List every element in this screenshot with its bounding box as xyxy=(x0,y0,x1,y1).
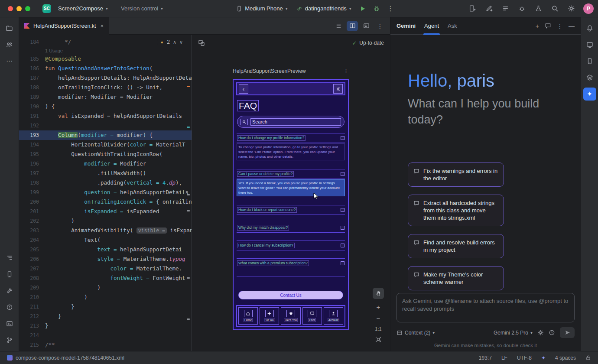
app-logo: SC xyxy=(42,4,51,13)
collaboration-tool-button[interactable] xyxy=(3,38,16,51)
line-number: 197 xyxy=(19,169,45,178)
device-name: Medium Phone xyxy=(245,5,283,12)
line-number: 196 xyxy=(19,159,45,169)
structure-tool-button[interactable] xyxy=(3,251,16,264)
gemini-actions-button[interactable] xyxy=(483,3,495,15)
new-chat-button[interactable]: + xyxy=(536,23,539,29)
build-tool-button[interactable] xyxy=(3,284,16,297)
line-number: 208 xyxy=(19,273,45,283)
suggestion-card[interactable]: Make my Theme's color scheme warmer xyxy=(408,266,504,290)
gemini-settings-button[interactable] xyxy=(537,329,544,336)
chat-history-button[interactable] xyxy=(545,23,551,29)
terminal-tool-button[interactable] xyxy=(3,317,16,330)
readonly-lock-button[interactable] xyxy=(585,355,591,361)
ui-check-button[interactable] xyxy=(198,39,205,46)
split-view-button[interactable] xyxy=(347,21,358,31)
editor-tab-active[interactable]: HelpAndSupportScreen.kt × xyxy=(19,17,109,35)
zoom-to-fit-button[interactable] xyxy=(375,336,381,342)
gemini-prompt-input[interactable] xyxy=(402,297,569,318)
resource-manager-tool-button[interactable] xyxy=(583,71,596,84)
debug-button[interactable] xyxy=(370,3,383,15)
todo-button[interactable] xyxy=(499,3,511,15)
close-tab-icon[interactable]: × xyxy=(101,23,104,29)
editor-more-button[interactable]: ⋮ xyxy=(374,21,386,31)
tab-ask[interactable]: Ask xyxy=(448,17,457,35)
more-tool-windows-button[interactable]: ⋯ xyxy=(3,55,16,68)
indent-widget[interactable]: 4 spaces xyxy=(555,355,576,361)
preview-more-button[interactable]: ⋮ xyxy=(343,68,349,74)
hammer-icon xyxy=(6,287,13,294)
usage-inlay-hint[interactable]: 1 Usage xyxy=(19,47,192,54)
project-tool-button[interactable] xyxy=(3,22,16,35)
gemini-tool-button[interactable]: ✦ xyxy=(583,88,596,101)
left-tool-strip: ⋯ xyxy=(0,17,19,351)
chevron-down-icon: ▾ xyxy=(161,6,163,11)
gemini-more-button[interactable]: ⋮ xyxy=(557,23,563,29)
next-problem-icon[interactable]: ∨ xyxy=(179,39,183,45)
code-view-button[interactable] xyxy=(333,21,344,31)
more-actions-button[interactable]: ⋮ xyxy=(384,3,396,15)
zoom-in-button[interactable]: + xyxy=(377,304,380,310)
back-button: ‹ xyxy=(239,84,248,94)
minimize-window-button[interactable] xyxy=(16,6,22,11)
send-button[interactable] xyxy=(560,327,575,338)
device-manager-tool-button[interactable] xyxy=(583,55,596,68)
problems-tool-button[interactable] xyxy=(3,301,16,314)
design-view-button[interactable] xyxy=(361,21,372,31)
previous-problem-icon[interactable]: ∧ xyxy=(173,39,176,45)
code-editor[interactable]: 184 */1 Usage185@Composable186fun Questi… xyxy=(19,35,192,351)
faq-question-row: How do I block or report someone? xyxy=(236,205,345,214)
model-selector[interactable]: Gemini 2.5 Pro ▾ xyxy=(494,330,533,336)
faq-question-text: Why did my match disappear? xyxy=(237,225,289,231)
suggestion-card[interactable]: Fix the warnings and errors in the edito… xyxy=(408,162,504,187)
suggestion-card[interactable]: Find and resolve build errors in my proj… xyxy=(408,234,504,258)
git-branch-icon xyxy=(6,337,13,344)
suggestion-card[interactable]: Extract all hardcoded strings from this … xyxy=(408,195,504,226)
zoom-out-button[interactable]: − xyxy=(377,315,380,322)
search-everywhere-button[interactable] xyxy=(549,3,561,15)
encoding-widget[interactable]: UTF-8 xyxy=(517,355,532,361)
close-window-button[interactable] xyxy=(8,6,13,11)
zoom-ratio-button[interactable]: 1:1 xyxy=(375,326,381,332)
version-control-tool-button[interactable] xyxy=(3,334,16,347)
settings-button[interactable] xyxy=(565,3,577,15)
fit-screen-icon xyxy=(375,336,381,342)
faq-question-row: Can I pause or delete my profile? xyxy=(236,169,345,179)
caret-position-widget[interactable]: 193:7 xyxy=(479,355,492,361)
preview-build-status[interactable]: ✓ Up-to-date xyxy=(352,40,384,46)
line-ending-widget[interactable]: LF xyxy=(501,355,507,361)
run-button[interactable] xyxy=(357,3,369,15)
line-number: 206 xyxy=(19,254,45,264)
running-devices-button[interactable] xyxy=(466,3,478,15)
profiler-button[interactable] xyxy=(532,3,544,15)
device-explorer-tool-button[interactable] xyxy=(3,268,16,281)
code-text: onTrailingIconClick = { onTrailing xyxy=(45,197,192,207)
context-selector[interactable]: Context (2) ▾ xyxy=(396,330,435,336)
code-text: ) { xyxy=(45,102,55,111)
notifications-button[interactable] xyxy=(583,22,596,35)
code-text: HorizontalDivider(color = MaterialT xyxy=(45,140,185,150)
gemini-status-icon[interactable]: ✦ xyxy=(541,355,546,361)
warning-count: 2 xyxy=(167,39,170,45)
code-line: 188 onTrailingIconClick: () -> Unit, xyxy=(19,83,192,92)
divider-line xyxy=(237,143,345,143)
device-selector[interactable]: Medium Phone ▾ xyxy=(233,3,291,14)
hide-panel-button[interactable]: — xyxy=(569,23,575,29)
bell-icon xyxy=(586,25,593,32)
app-insights-button[interactable] xyxy=(516,3,528,15)
inspections-widget[interactable]: ▲ 2 ∧ ∨ xyxy=(157,38,185,46)
tab-agent[interactable]: Agent xyxy=(424,17,439,35)
prompt-history-button[interactable] xyxy=(549,329,555,336)
version-control-selector[interactable]: Version control ▾ xyxy=(117,3,166,14)
running-devices-tool-button[interactable] xyxy=(583,38,596,51)
fullscreen-window-button[interactable] xyxy=(25,6,30,11)
pan-button[interactable] xyxy=(373,288,384,299)
project-selector[interactable]: Screen2Compose ▾ xyxy=(55,3,111,14)
chat-bubble-icon xyxy=(413,272,419,280)
faq-question-text: How do I change my profile information? xyxy=(237,135,306,141)
nav-item-label: Likes You xyxy=(284,318,298,322)
user-avatar[interactable]: P xyxy=(583,3,594,14)
run-configuration-selector[interactable]: datingandfriends ▾ xyxy=(293,3,355,14)
gemini-input-box[interactable] xyxy=(396,293,575,322)
divider-line xyxy=(237,276,345,276)
